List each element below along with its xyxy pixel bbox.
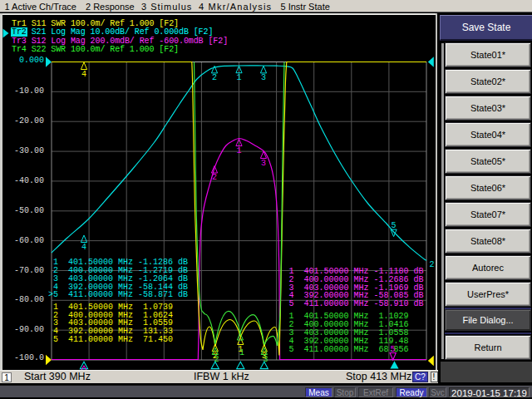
svg-text:3: 3 bbox=[261, 73, 266, 82]
svg-text:2: 2 bbox=[213, 352, 218, 361]
svg-text:2: 2 bbox=[214, 355, 219, 364]
svg-text:3: 3 bbox=[262, 352, 267, 361]
svg-text:3: 3 bbox=[263, 355, 268, 364]
svg-text:1: 1 bbox=[239, 348, 244, 357]
svg-text:2: 2 bbox=[212, 173, 217, 182]
svg-text:2: 2 bbox=[212, 73, 217, 82]
svg-text:3: 3 bbox=[261, 159, 266, 168]
svg-text:4: 4 bbox=[81, 70, 86, 79]
svg-text:4: 4 bbox=[81, 243, 86, 252]
svg-text:1: 1 bbox=[238, 345, 243, 354]
svg-text:5: 5 bbox=[392, 221, 397, 230]
svg-text:1: 1 bbox=[236, 146, 241, 155]
svg-text:1: 1 bbox=[236, 73, 241, 82]
svg-text:2: 2 bbox=[430, 260, 435, 269]
